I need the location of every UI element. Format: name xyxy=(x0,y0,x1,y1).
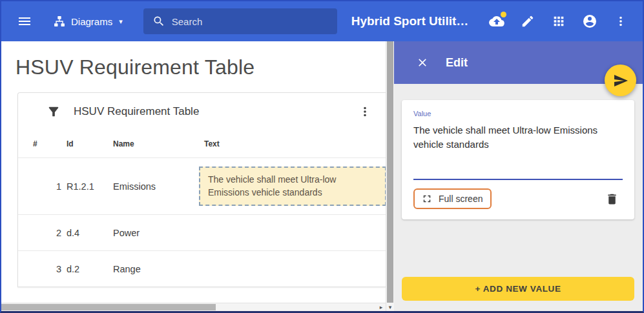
more-vert-icon xyxy=(358,105,372,119)
document-title: Hybrid Sport Utilit… xyxy=(351,14,469,28)
more-options-button[interactable] xyxy=(608,8,634,34)
value-controls: Full screen xyxy=(413,188,623,209)
filter-icon xyxy=(47,105,61,119)
main-view: HSUV Requirement Table HSUV Requirement … xyxy=(1,41,386,311)
scroll-down-arrow[interactable]: ▾ xyxy=(386,303,394,311)
value-card: Value The vehicle shall meet Ultra-low E… xyxy=(402,100,634,219)
account-button[interactable] xyxy=(577,8,603,34)
value-input[interactable]: The vehicle shall meet Ultra-low Emissio… xyxy=(413,123,623,152)
menu-button[interactable] xyxy=(12,8,37,34)
table-menu-button[interactable] xyxy=(356,103,374,121)
account-icon xyxy=(582,14,597,29)
fullscreen-label: Full screen xyxy=(439,194,483,204)
table-title: HSUV Requirement Table xyxy=(74,105,199,118)
diagrams-menu[interactable]: Diagrams ▾ xyxy=(53,15,123,28)
notification-badge xyxy=(501,12,506,17)
table-header: HSUV Requirement Table xyxy=(18,93,386,130)
panel-title: Edit xyxy=(446,56,468,70)
apps-button[interactable] xyxy=(546,8,572,34)
caret-down-icon: ▾ xyxy=(119,18,123,25)
cell-name: Power xyxy=(113,228,204,238)
diagrams-icon xyxy=(53,15,66,28)
scroll-right-arrow[interactable]: ▸ xyxy=(377,303,385,311)
horizontal-scrollbar[interactable]: ▸ xyxy=(1,303,386,311)
filter-button[interactable] xyxy=(45,103,62,120)
send-icon xyxy=(613,73,628,88)
hamburger-icon xyxy=(17,14,32,29)
apps-grid-icon xyxy=(552,14,566,28)
app-window: Diagrams ▾ Hybrid Sport Utilit… xyxy=(0,0,644,313)
delete-value-button[interactable] xyxy=(605,192,619,206)
search-icon xyxy=(152,15,165,28)
cell-id: R1.2.1 xyxy=(67,181,113,192)
search-input[interactable] xyxy=(172,16,328,27)
page-title: HSUV Requirement Table xyxy=(16,56,386,79)
trash-icon xyxy=(605,192,619,206)
vscroll-thumb[interactable] xyxy=(387,41,393,303)
sync-button[interactable] xyxy=(484,8,510,34)
close-icon xyxy=(416,56,429,69)
selected-text-cell[interactable]: The vehicle shall meet Ultra-low Emissio… xyxy=(199,167,386,206)
send-fab[interactable] xyxy=(605,65,636,96)
edit-mode-button[interactable] xyxy=(515,8,541,34)
close-panel-button[interactable] xyxy=(416,56,429,69)
table-row[interactable]: 1 R1.2.1 Emissions The vehicle shall mee… xyxy=(18,157,386,214)
content-area: HSUV Requirement Table HSUV Requirement … xyxy=(1,41,643,311)
diagrams-label: Diagrams xyxy=(71,16,112,27)
table-row[interactable]: 2 d.4 Power xyxy=(18,214,386,250)
cell-num: 3 xyxy=(33,264,67,274)
cell-id: d.2 xyxy=(67,264,113,274)
vertical-scrollbar[interactable]: ▾ xyxy=(386,41,394,311)
cell-name: Emissions xyxy=(113,181,204,192)
add-new-value-button[interactable]: + ADD NEW VALUE xyxy=(402,277,634,301)
cell-num: 2 xyxy=(33,228,67,238)
column-header-name: Name xyxy=(113,139,204,148)
fullscreen-button[interactable]: Full screen xyxy=(413,188,492,209)
cell-num: 1 xyxy=(33,181,67,192)
requirement-table-card: HSUV Requirement Table # Id Name Text 1 … xyxy=(17,92,386,287)
search-bar xyxy=(143,8,337,34)
cell-name: Range xyxy=(113,264,204,274)
more-vert-icon xyxy=(614,14,628,28)
topbar: Diagrams ▾ Hybrid Sport Utilit… xyxy=(1,1,643,41)
input-underline xyxy=(413,179,623,180)
column-header-num: # xyxy=(33,139,67,148)
pencil-icon xyxy=(521,14,535,28)
value-label: Value xyxy=(413,110,623,117)
column-header-id: Id xyxy=(67,139,113,148)
column-header-text: Text xyxy=(204,139,386,148)
cell-id: d.4 xyxy=(67,228,113,238)
topbar-actions xyxy=(484,8,634,34)
table-row[interactable]: 3 d.2 Range xyxy=(18,250,386,287)
table-column-headers: # Id Name Text xyxy=(18,130,386,157)
hscroll-thumb[interactable] xyxy=(1,304,216,310)
fullscreen-icon xyxy=(421,193,433,205)
edit-panel: Edit Value The vehicle shall meet Ultra-… xyxy=(394,41,643,311)
